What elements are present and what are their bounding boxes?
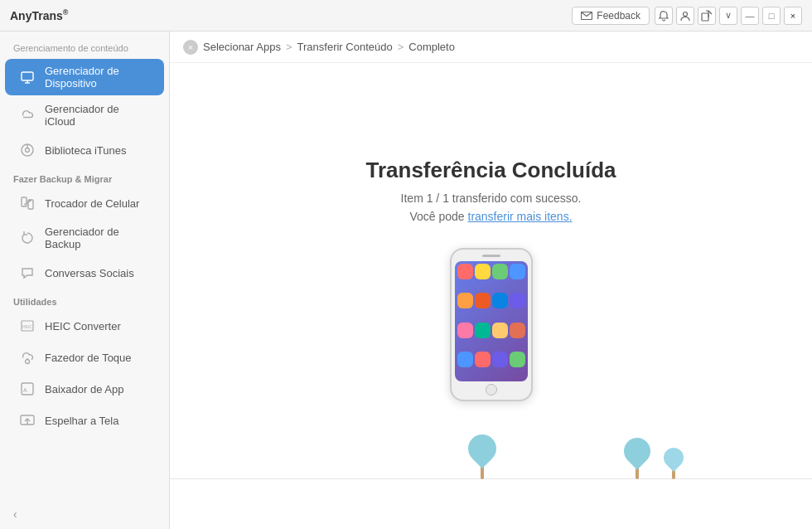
main-content: × Selecionar Apps > Transferir Conteúdo … <box>170 32 812 529</box>
app-body: Gerenciamento de conteúdo Gerenciador de… <box>0 32 812 529</box>
phone-device <box>450 248 533 401</box>
collapse-arrow-icon: ‹ <box>13 507 17 521</box>
svg-point-15 <box>26 360 30 364</box>
share-button[interactable] <box>698 7 716 25</box>
svg-rect-4 <box>22 72 33 80</box>
sidebar-item-heic-converter[interactable]: HEIC HEIC Converter <box>5 311 164 341</box>
title-bar: AnyTrans® Feedback <box>0 0 812 32</box>
sidebar-item-icloud-manager[interactable]: Gerenciador de iCloud <box>5 97 164 133</box>
sidebar-item-itunes-library[interactable]: Biblioteca iTunes <box>5 135 164 165</box>
title-bar-right: Feedback ∨ <box>572 7 802 25</box>
transfer-link-text: Você pode transferir mais itens. <box>409 210 572 223</box>
screen-mirror-icon <box>18 411 36 430</box>
user-button[interactable] <box>676 7 694 25</box>
backup-manager-label: Gerenciador de Backup <box>45 226 151 250</box>
breadcrumb-close-button[interactable]: × <box>183 40 198 55</box>
breadcrumb-sep2: > <box>398 41 404 53</box>
svg-rect-10 <box>22 197 27 206</box>
icloud-manager-label: Gerenciador de iCloud <box>45 103 151 128</box>
svg-point-8 <box>26 148 30 153</box>
sidebar-item-screen-mirror[interactable]: Espelhar a Tela <box>5 405 164 435</box>
device-manager-icon <box>18 68 36 86</box>
svg-point-1 <box>684 12 688 16</box>
title-bar-left: AnyTrans® <box>10 8 68 22</box>
phone-switcher-label: Trocador de Celular <box>45 197 139 210</box>
sidebar-section-backup: Fazer Backup & Migrar <box>0 166 169 187</box>
phone-speaker <box>482 255 500 257</box>
transfer-title: Transferência Concluída <box>366 158 616 183</box>
minimize-button[interactable]: — <box>741 7 759 25</box>
tree-right-large <box>624 438 650 479</box>
sidebar-item-ringtone-maker[interactable]: Fazedor de Toque <box>5 342 164 372</box>
svg-text:A: A <box>23 387 27 393</box>
notification-button[interactable] <box>655 7 673 25</box>
breadcrumb-step3: Completo <box>408 41 455 53</box>
transfer-more-items-link[interactable]: transferir mais itens. <box>468 210 573 223</box>
heic-converter-label: HEIC Converter <box>45 320 121 332</box>
phone-switcher-icon <box>18 194 36 212</box>
ringtone-maker-label: Fazedor de Toque <box>45 352 132 364</box>
feedback-button[interactable]: Feedback <box>572 7 650 25</box>
screen-mirror-label: Espelhar a Tela <box>45 415 118 427</box>
breadcrumb-step2: Transferir Conteúdo <box>297 41 393 53</box>
app-downloader-icon: A <box>18 380 36 398</box>
device-manager-label: Gerenciador de Dispositivo <box>45 65 151 90</box>
sidebar-item-app-downloader[interactable]: A Baixador de App <box>5 374 164 404</box>
itunes-library-icon <box>18 141 36 159</box>
sidebar-item-device-manager[interactable]: Gerenciador de Dispositivo <box>5 59 164 95</box>
icloud-manager-icon <box>18 106 36 124</box>
sidebar-collapse-button[interactable]: ‹ <box>0 499 169 529</box>
window-controls: ∨ — □ × <box>655 7 802 25</box>
tree-right-small <box>664 448 684 479</box>
sidebar: Gerenciamento de conteúdo Gerenciador de… <box>0 32 170 529</box>
mail-icon <box>581 12 592 20</box>
transfer-complete-area: Transferência Concluída Item 1 / 1 trans… <box>170 63 812 529</box>
heic-converter-icon: HEIC <box>18 317 36 335</box>
backup-manager-icon <box>18 229 36 247</box>
svg-text:HEIC: HEIC <box>22 324 32 329</box>
maximize-button[interactable]: □ <box>762 7 781 25</box>
phone-screen <box>455 261 528 381</box>
breadcrumb-step1: Selecionar Apps <box>203 41 281 53</box>
app-title: AnyTrans® <box>10 8 68 22</box>
sidebar-item-social-conv[interactable]: Conversas Sociais <box>5 258 164 288</box>
app-downloader-label: Baixador de App <box>45 383 123 396</box>
sidebar-section-utilities: Utilidades <box>0 289 169 310</box>
chevron-button[interactable]: ∨ <box>719 7 737 25</box>
phone-home-button <box>486 384 497 396</box>
sidebar-item-phone-switcher[interactable]: Trocador de Celular <box>5 188 164 218</box>
social-conv-icon <box>18 264 36 282</box>
breadcrumb-bar: × Selecionar Apps > Transferir Conteúdo … <box>170 32 812 63</box>
transfer-subtitle: Item 1 / 1 transferido com sucesso. <box>401 192 582 205</box>
sidebar-section-content: Gerenciamento de conteúdo <box>0 32 169 58</box>
ringtone-maker-icon <box>18 348 36 366</box>
breadcrumb-sep1: > <box>286 41 292 53</box>
svg-rect-2 <box>702 13 708 21</box>
sidebar-item-backup-manager[interactable]: Gerenciador de Backup <box>5 220 164 256</box>
social-conv-label: Conversas Sociais <box>45 267 134 279</box>
itunes-library-label: Biblioteca iTunes <box>45 144 127 157</box>
phone-illustration <box>450 248 533 401</box>
close-button[interactable]: × <box>784 7 802 25</box>
tree-left-large <box>468 434 496 479</box>
